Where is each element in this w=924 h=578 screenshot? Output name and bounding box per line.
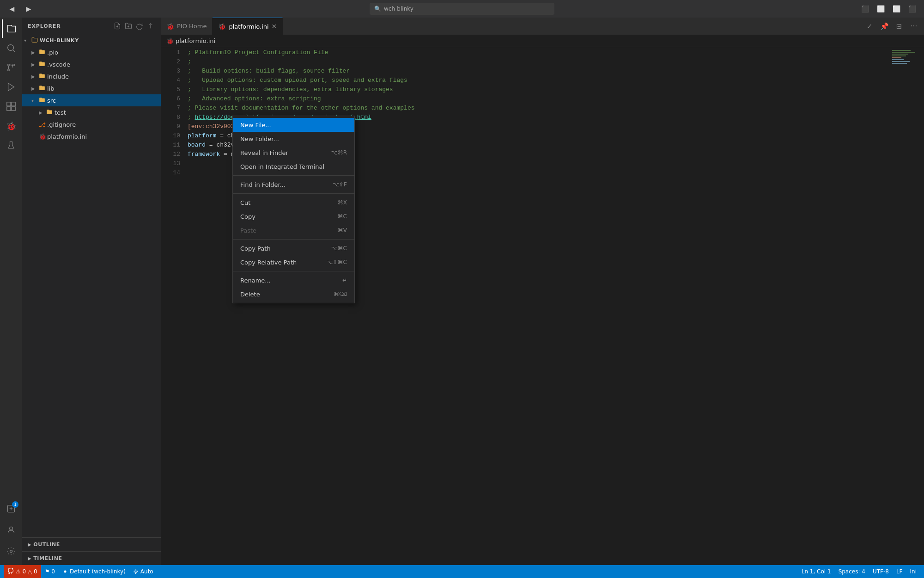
status-auto[interactable]: Auto xyxy=(129,565,157,578)
split-btn[interactable]: ⊟ xyxy=(893,20,906,33)
activity-explorer[interactable] xyxy=(2,19,20,38)
root-icon xyxy=(31,37,40,44)
tree-item-include[interactable]: ▶ include xyxy=(22,70,161,82)
test-label: test xyxy=(55,109,161,116)
menu-new-folder[interactable]: New Folder... xyxy=(233,132,354,146)
new-file-btn[interactable] xyxy=(113,21,122,31)
status-right: Ln 1, Col 1 Spaces: 4 UTF-8 LF Ini xyxy=(798,565,920,578)
tree-item-src[interactable]: ▾ src xyxy=(22,94,161,106)
status-spaces[interactable]: Spaces: 4 xyxy=(835,565,869,578)
tabs-right-actions: ✓ 📌 ⊟ ··· xyxy=(863,20,924,33)
layout-btn-2[interactable]: ⬜ xyxy=(874,2,887,15)
status-default-profile[interactable]: Default (wch-blinky) xyxy=(59,565,129,578)
menu-copy-relative-path-shortcut: ⌥⇧⌘C xyxy=(327,259,347,265)
collapse-btn[interactable] xyxy=(146,21,155,31)
tree-item-lib[interactable]: ▶ lib xyxy=(22,82,161,94)
tab-close-btn[interactable]: ✕ xyxy=(272,23,277,30)
more-btn[interactable]: ··· xyxy=(907,20,920,33)
menu-cut[interactable]: Cut ⌘X xyxy=(233,196,354,209)
tree-item-vscode[interactable]: ▶ .vscode xyxy=(22,58,161,70)
tree-item-pio[interactable]: ▶ .pio xyxy=(22,46,161,58)
tree-item-test[interactable]: ▶ test xyxy=(22,106,161,118)
tab-platformio-ini[interactable]: 🐞 platformio.ini ✕ xyxy=(213,18,283,35)
refresh-btn[interactable] xyxy=(135,21,144,31)
layout-btn-4[interactable]: ⬛ xyxy=(906,2,918,15)
timeline-arrow: ▶ xyxy=(28,556,31,561)
outline-arrow: ▶ xyxy=(28,542,31,547)
menu-copy-path-shortcut: ⌥⌘C xyxy=(331,245,347,252)
status-encoding[interactable]: UTF-8 xyxy=(869,565,893,578)
sidebar-title: Explorer xyxy=(28,23,61,29)
global-search[interactable]: 🔍 wch-blinky xyxy=(370,3,554,15)
svg-point-4 xyxy=(8,69,10,71)
menu-copy-path-label: Copy Path xyxy=(240,245,271,252)
pin-btn[interactable]: 📌 xyxy=(878,20,891,33)
root-label: WCH-BLINKY xyxy=(40,37,161,43)
activity-settings[interactable] xyxy=(2,542,20,560)
tab-pio-home[interactable]: 🐞 PIO Home xyxy=(161,18,213,35)
menu-copy-relative-path[interactable]: Copy Relative Path ⌥⇧⌘C xyxy=(233,255,354,269)
menu-copy-relative-path-label: Copy Relative Path xyxy=(240,259,297,266)
activity-search[interactable] xyxy=(2,39,20,57)
menu-paste-label: Paste xyxy=(240,227,256,234)
pio-file-icon: 🐞 xyxy=(39,133,47,140)
activity-extensions[interactable] xyxy=(2,97,20,116)
context-menu-overlay[interactable]: New File... New Folder... Reveal in Find… xyxy=(161,47,924,565)
status-remote[interactable]: ⚠ 0 △ 0 xyxy=(4,565,41,578)
svg-rect-9 xyxy=(12,107,15,111)
activity-source-control[interactable] xyxy=(2,58,20,77)
menu-copy[interactable]: Copy ⌘C xyxy=(233,209,354,223)
tree-item-gitignore[interactable]: ▶ ⎇ .gitignore xyxy=(22,118,161,130)
menu-cut-shortcut: ⌘X xyxy=(338,199,347,206)
status-eol[interactable]: LF xyxy=(893,565,906,578)
forward-button[interactable]: ▶ xyxy=(22,2,35,15)
pio-breadcrumb-icon: 🐞 xyxy=(166,37,174,44)
tabs-bar: 🐞 PIO Home 🐞 platformio.ini ✕ ✓ 📌 ⊟ ··· xyxy=(161,18,924,35)
menu-copy-path[interactable]: Copy Path ⌥⌘C xyxy=(233,241,354,255)
status-warnings[interactable]: ⚑ 0 xyxy=(41,565,59,578)
activity-account[interactable] xyxy=(2,521,20,539)
layout-btn-1[interactable]: ⬛ xyxy=(858,2,871,15)
git-icon: ⎇ xyxy=(39,121,47,128)
menu-new-file-label: New File... xyxy=(240,122,271,129)
menu-open-terminal[interactable]: Open in Integrated Terminal xyxy=(233,160,354,173)
new-folder-btn[interactable] xyxy=(124,21,133,31)
menu-cut-label: Cut xyxy=(240,199,250,206)
menu-find-folder[interactable]: Find in Folder... ⌥⇧F xyxy=(233,178,354,191)
status-language[interactable]: Ini xyxy=(906,565,920,578)
include-label: include xyxy=(47,73,161,80)
back-button[interactable]: ◀ xyxy=(6,2,18,15)
menu-copy-shortcut: ⌘C xyxy=(338,213,347,220)
status-eol-label: LF xyxy=(896,568,903,575)
root-arrow: ▾ xyxy=(24,38,31,43)
activity-bar-bottom: 1 xyxy=(2,499,20,565)
status-position[interactable]: Ln 1, Col 1 xyxy=(798,565,835,578)
layout-btn-3[interactable]: ⬜ xyxy=(890,2,903,15)
timeline-section[interactable]: ▶ Timeline xyxy=(22,551,161,565)
folder-icon xyxy=(39,49,47,56)
folder-icon-3 xyxy=(39,73,47,80)
tree-root[interactable]: ▾ WCH-BLINKY xyxy=(22,34,161,46)
search-icon: 🔍 xyxy=(374,6,381,12)
activity-debug[interactable] xyxy=(2,78,20,96)
outline-section[interactable]: ▶ Outline xyxy=(22,537,161,551)
menu-delete[interactable]: Delete ⌘⌫ xyxy=(233,287,354,301)
tree-item-platformio-ini[interactable]: ▶ 🐞 platformio.ini xyxy=(22,130,161,142)
menu-copy-label: Copy xyxy=(240,213,255,220)
activity-pio[interactable]: 🐞 xyxy=(2,117,20,135)
folder-icon-5 xyxy=(46,109,55,117)
sidebar-actions xyxy=(113,21,155,31)
check-btn[interactable]: ✓ xyxy=(863,20,876,33)
pio-home-tab-label: PIO Home xyxy=(177,23,207,30)
menu-reveal-finder[interactable]: Reveal in Finder ⌥⌘R xyxy=(233,146,354,160)
menu-paste-shortcut: ⌘V xyxy=(338,227,347,234)
menu-new-file[interactable]: New File... xyxy=(233,118,354,132)
activity-flask[interactable] xyxy=(2,136,20,154)
menu-rename[interactable]: Rename... ↵ xyxy=(233,273,354,287)
activity-remote[interactable]: 1 xyxy=(2,499,20,518)
svg-point-2 xyxy=(8,64,10,66)
file-tree: ▾ WCH-BLINKY ▶ .pio xyxy=(22,34,161,537)
menu-open-terminal-label: Open in Integrated Terminal xyxy=(240,163,324,170)
code-editor[interactable]: 1 2 3 4 5 6 7 8 9 10 11 12 13 14 ; Platf… xyxy=(161,47,924,565)
test-arrow: ▶ xyxy=(39,110,46,115)
